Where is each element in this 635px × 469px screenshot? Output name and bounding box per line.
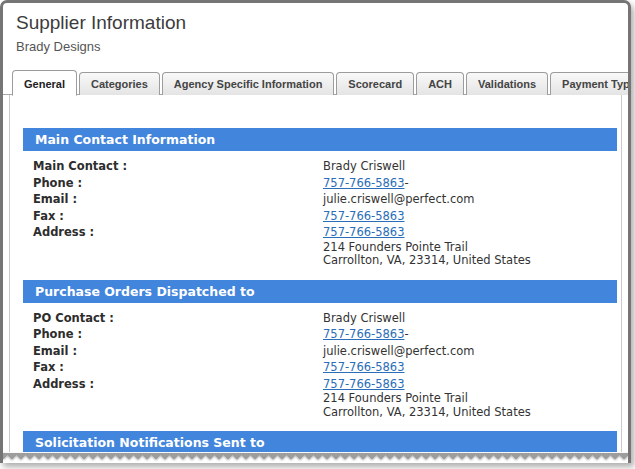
email-row: Email : julie.criswell@perfect.com [33,343,617,360]
phone-row: Phone : 757-766-5863- [33,326,617,343]
phone-suffix: - [404,327,408,341]
field-label: Email : [33,343,323,360]
field-label: Address : [33,224,323,268]
section-header: Purchase Orders Dispatched to [23,280,617,303]
address-line-2: Carrollton, VA, 23314, United States [323,406,531,420]
screenshot-frame: Supplier Information Brady Designs Gener… [0,0,631,463]
field-label: Phone : [33,175,323,192]
address-line-1: 214 Founders Pointe Trail [323,241,531,255]
address-row: Address : 757-766-5863 214 Founders Poin… [33,376,617,420]
phone-link[interactable]: 757-766-5863 [323,327,404,341]
main-contact-row: Main Contact : Brady Criswell [33,158,617,175]
tab-agency-specific-information[interactable]: Agency Specific Information [162,72,335,95]
field-label: Main Contact : [33,158,323,175]
section-header: Solicitation Notifications Sent to [23,431,617,454]
supplier-name: Brady Designs [16,39,628,54]
field-value: Brady Criswell [323,310,405,327]
email-value: julie.criswell@perfect.com [323,343,475,360]
fax-link[interactable]: 757-766-5863 [323,360,404,374]
field-label: Fax : [33,359,323,376]
email-row: Email : julie.criswell@perfect.com [33,191,617,208]
solicitation-notifications-section: Solicitation Notifications Sent to [23,431,617,454]
address-phone-link[interactable]: 757-766-5863 [323,377,404,391]
po-contact-row: PO Contact : Brady Criswell [33,310,617,327]
fax-row: Fax : 757-766-5863 [33,359,617,376]
field-label: PO Contact : [33,310,323,327]
torn-edge-teeth [3,453,628,462]
general-tab-panel: Main Contact Information Main Contact : … [9,95,622,463]
address-line-1: 214 Founders Pointe Trail [323,392,531,406]
section-header: Main Contact Information [23,128,617,151]
tab-ach[interactable]: ACH [416,72,464,95]
tab-bar: General Categories Agency Specific Infor… [3,69,628,95]
main-contact-section: Main Contact Information Main Contact : … [23,128,617,268]
torn-edge [3,452,628,463]
field-label: Fax : [33,208,323,225]
address-phone-link[interactable]: 757-766-5863 [323,225,404,239]
fax-row: Fax : 757-766-5863 [33,208,617,225]
page-header: Supplier Information Brady Designs [3,3,628,54]
field-label: Phone : [33,326,323,343]
field-value: Brady Criswell [323,158,405,175]
purchase-orders-section: Purchase Orders Dispatched to PO Contact… [23,280,617,420]
fax-link[interactable]: 757-766-5863 [323,209,404,223]
phone-row: Phone : 757-766-5863- [33,175,617,192]
tab-payment-types[interactable]: Payment Types [550,72,631,95]
tab-validations[interactable]: Validations [466,72,548,95]
field-label: Email : [33,191,323,208]
email-value: julie.criswell@perfect.com [323,191,475,208]
page-title: Supplier Information [16,12,628,34]
address-row: Address : 757-766-5863 214 Founders Poin… [33,224,617,268]
tab-scorecard[interactable]: Scorecard [336,72,414,95]
phone-suffix: - [404,176,408,190]
address-line-2: Carrollton, VA, 23314, United States [323,254,531,268]
tab-general[interactable]: General [12,70,77,96]
tab-categories[interactable]: Categories [79,72,160,95]
phone-link[interactable]: 757-766-5863 [323,176,404,190]
field-label: Address : [33,376,323,420]
